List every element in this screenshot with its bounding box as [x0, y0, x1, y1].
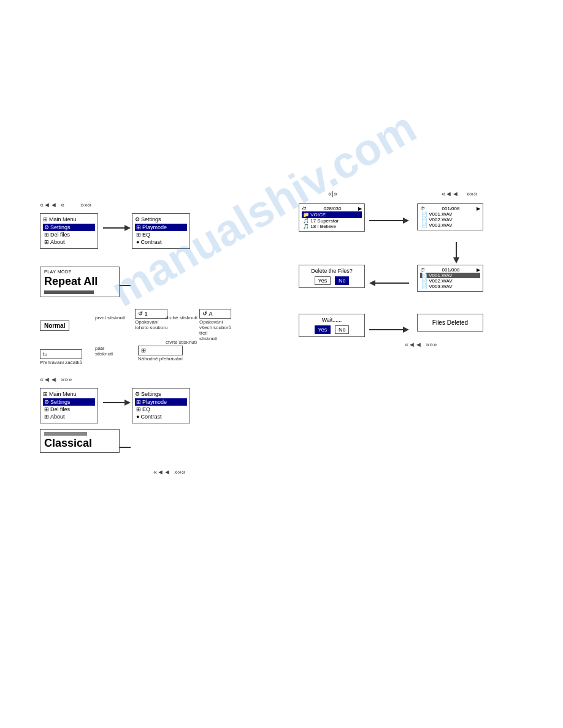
- top-left-arrow-labels: «◄◄ « »»»: [40, 201, 91, 208]
- bottom-menu-item-del[interactable]: ⊞ Del files: [43, 406, 95, 413]
- bottom-menu-item-about[interactable]: ⊞ About: [43, 413, 95, 420]
- bottom-menu-item-settings[interactable]: ⚙ Settings: [43, 398, 95, 406]
- bottom-settings-item-playmode[interactable]: ⊞ Playmode: [135, 398, 187, 406]
- main-menu-box-2: ⊞ Main Menu ⚙ Settings ⊞ Del files ⊞ Abo…: [40, 388, 98, 423]
- arrow-right-to-settings-1: [103, 222, 131, 235]
- svg-marker-5: [124, 400, 131, 406]
- prev-label: «: [61, 201, 64, 208]
- settings-icon-2: ⚙: [135, 391, 140, 397]
- play-icon-2: ▶: [477, 206, 480, 211]
- bottom-eq-icon: ⊞: [136, 406, 141, 412]
- bottom-prev-arrow: «◄◄: [40, 376, 57, 383]
- contrast-icon-1: ●: [136, 239, 139, 245]
- br-next-arrow: »»»: [426, 341, 437, 348]
- file-icon-3-2: 📄: [421, 278, 427, 284]
- delete-buttons: Yes No: [302, 276, 362, 285]
- settings-item-eq-1[interactable]: ⊞ EQ: [135, 231, 187, 238]
- music-icon-1-1: 🎵: [303, 218, 309, 224]
- classical-result-box: Classical: [40, 429, 120, 453]
- pb-list-item-3-2: 📄 V002.WAV: [420, 278, 480, 284]
- repeatA-text: Opakovánívšech souborů: [199, 319, 231, 330]
- right-prev-arrow: «◄◄: [442, 190, 459, 197]
- settings-icon-1: ⚙: [44, 224, 49, 230]
- press5-label: pátéstisknutí: [95, 346, 113, 357]
- repeat1-icon: ↺: [138, 311, 143, 317]
- bottom-settings-item-eq[interactable]: ⊞ EQ: [135, 406, 187, 413]
- top-center-play-label: «|»: [328, 190, 337, 197]
- shuffle-icon: ⊞: [141, 347, 146, 354]
- clock-icon-1: ⏱: [302, 206, 307, 211]
- play-begin-text: Přehrávání začátků: [40, 360, 82, 365]
- pb-list-item-1-1: 🎵 17 Superstar: [302, 218, 362, 224]
- svg-marker-11: [453, 257, 459, 264]
- top-right-arrow-labels: «◄◄ »»»: [442, 190, 478, 197]
- files-deleted-box: Files Deleted: [417, 314, 483, 332]
- wait-no-button[interactable]: No: [335, 325, 350, 334]
- delete-dialog: Delete the Files? Yes No: [299, 265, 365, 288]
- folder-icon-1: 📁: [303, 212, 309, 218]
- br-prev-arrow: «◄◄: [405, 341, 422, 348]
- arrow-left-from-screen3: [369, 277, 409, 290]
- eq-progress-bar: [44, 432, 87, 436]
- repeatA-box: ↺ A Opakovánívšech souborů třetístisknut…: [199, 309, 231, 341]
- file-icon-2-2: 📄: [421, 217, 427, 222]
- play-icon-3: ▶: [477, 267, 480, 273]
- wait-yes-button[interactable]: Yes: [315, 325, 331, 334]
- pb-counter-row-1: ⏱ 028/030 ▶: [302, 206, 362, 211]
- settings-title-1: ⚙ Settings: [135, 216, 187, 222]
- file-icon-3-3: 📄: [421, 284, 427, 289]
- settings-item-contrast-1[interactable]: ● Contrast: [135, 238, 187, 246]
- press1-label: první stisknutí: [95, 315, 125, 320]
- pb-list-item-2-3: 📄 V003.WAV: [420, 222, 480, 228]
- bottom-playmode-icon: ⊞: [136, 399, 141, 405]
- settings-menu-2: ⚙ Settings ⊞ Playmode ⊞ EQ ● Contrast: [132, 388, 190, 423]
- bottom-about-icon: ⊞: [44, 414, 49, 420]
- main-menu-box-1: ⊞ Main Menu ⚙ Settings ⊞ Del files ⊞ Abo…: [40, 213, 98, 249]
- pb-counter-2: 001/008: [442, 206, 460, 211]
- play-begin-box: t₀ Přehrávání začátků: [40, 349, 82, 365]
- arrow-right-to-screen2: [369, 214, 409, 228]
- arrow-left-r1-svg: [369, 277, 409, 289]
- play-icon-1: ▶: [358, 206, 362, 211]
- pb-counter-row-2: ⏱ 001/008 ▶: [420, 206, 480, 211]
- repeat1-box: ↺ 1 Opakovánítohoto souboru: [135, 309, 167, 330]
- playback-screen-1: ⏱ 028/030 ▶ 📁 VOICE 🎵 17 Superstar 🎵 18 …: [299, 203, 365, 232]
- prev-arrow-label: «◄◄: [40, 201, 57, 208]
- menu-item-del-files-1[interactable]: ⊞ Del files: [43, 231, 95, 238]
- delete-no-button[interactable]: No: [335, 276, 350, 285]
- repeatA-icon: ↺: [202, 311, 207, 317]
- bottom-sm-next: »»»: [174, 468, 185, 476]
- play-mode-label: PLAY MODE: [44, 270, 115, 274]
- files-deleted-message: Files Deleted: [432, 319, 468, 326]
- settings-title-2: ⚙ Settings: [135, 391, 187, 397]
- pb-title-1: 📁 VOICE: [302, 211, 362, 218]
- arrow-right-r1-svg: [369, 214, 409, 227]
- arrow-down-svg: [450, 242, 462, 264]
- playback-screen-3: ⏱ 001/008 ▶ 📄 V001.WAV 📄 V002.WAV 📄 V003…: [417, 265, 483, 292]
- wait-message: Wait......: [302, 317, 362, 323]
- menu-item-settings-1[interactable]: ⚙ Settings: [43, 224, 95, 231]
- bottom-settings-item-contrast[interactable]: ● Contrast: [135, 413, 187, 420]
- play-mode-value: Repeat All: [44, 275, 115, 288]
- settings-item-playmode-1[interactable]: ⊞ Playmode: [135, 224, 187, 231]
- bottom-next-arrow: »»»: [61, 376, 72, 383]
- press3-label: třetístisknutí: [199, 330, 231, 341]
- repeat1-number: 1: [143, 311, 148, 317]
- arrow-right-svg-2: [103, 396, 131, 409]
- classical-box: Classical: [40, 429, 120, 453]
- next-arrow-label: »»»: [80, 201, 91, 208]
- menu-item-about-1[interactable]: ⊞ About: [43, 238, 95, 246]
- pb-list-item-3-selected: 📄 V001.WAV: [420, 273, 480, 278]
- result-box-playmode: PLAY MODE Repeat All: [40, 267, 120, 297]
- eq-value: Classical: [44, 437, 115, 450]
- main-menu-icon-2: ⊞: [43, 391, 48, 397]
- wait-dialog: Wait...... Yes No: [299, 314, 365, 337]
- delete-yes-button[interactable]: Yes: [315, 276, 331, 285]
- pb-counter-row-3: ⏱ 001/008 ▶: [420, 267, 480, 273]
- svg-marker-1: [124, 225, 131, 231]
- clock-icon-3: ⏱: [420, 267, 425, 273]
- svg-marker-15: [403, 327, 409, 333]
- main-menu-title-2: ⊞ Main Menu: [43, 391, 95, 397]
- shuffle-box: ⊞ Náhodné přehrávání: [138, 346, 183, 362]
- svg-marker-12: [369, 280, 375, 286]
